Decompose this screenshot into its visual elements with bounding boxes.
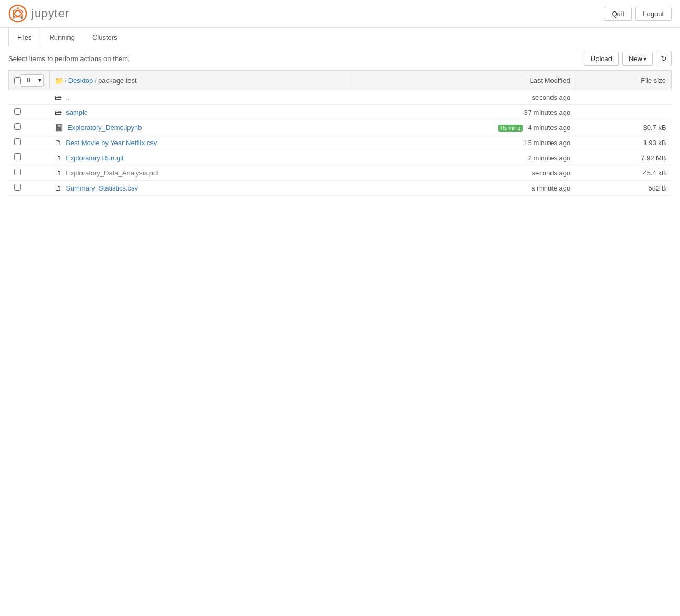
file-table: 0 ▾ 📁 / Desktop / package test Last Modi… [8,70,672,196]
row-checkbox-cell [9,120,50,135]
quit-button[interactable]: Quit [604,7,632,21]
breadcrumb: 📁 / Desktop / package test [55,77,349,85]
file-icon: 🗋 [55,184,62,192]
row-checkbox[interactable] [14,123,21,130]
svg-point-3 [17,7,19,9]
table-row: 🗁 .. seconds ago [9,90,672,105]
new-button[interactable]: New ▾ [622,52,653,66]
header-checkbox-col: 0 ▾ [9,71,50,90]
breadcrumb-sep: / [95,77,97,85]
row-checkbox[interactable] [14,138,21,145]
file-link[interactable]: Summary_Statistics.csv [66,184,138,192]
breadcrumb-sep: / [65,77,67,85]
row-name-cell: 🗋 Exploratory Run.gif [50,150,355,165]
row-name-cell: 🗁 sample [50,105,355,120]
row-name-cell: 🗁 .. [50,90,355,105]
size-label: File size [641,77,666,85]
header-buttons: Quit Logout [604,7,672,21]
running-badge: Running [498,125,523,132]
row-size-cell [576,90,671,105]
toolbar-right: Upload New ▾ ↻ [584,51,672,66]
row-size-cell: 30.7 kB [576,120,671,135]
file-list: 0 ▾ 📁 / Desktop / package test Last Modi… [0,70,680,196]
svg-point-4 [13,17,15,19]
table-row: 🗋 Best Movie by Year Netflix.csv 15 minu… [9,135,672,150]
row-size-cell: 582 B [576,181,671,196]
row-size-cell: 1.93 kB [576,135,671,150]
select-all-checkbox[interactable] [14,77,21,84]
row-name-cell: 🗋 Exploratory_Data_Analysis.pdf [50,165,355,181]
row-checkbox[interactable] [14,169,21,175]
refresh-button[interactable]: ↻ [656,51,672,66]
new-dropdown-arrow: ▾ [643,56,646,62]
file-link[interactable]: Best Movie by Year Netflix.csv [66,139,157,147]
row-size-cell: 7.92 MB [576,150,671,165]
row-checkbox[interactable] [14,184,21,191]
jupyter-logo-icon [8,4,27,23]
refresh-icon: ↻ [661,54,667,63]
row-modified-cell: a minute ago [355,181,576,196]
breadcrumb-current: package test [98,77,137,85]
breadcrumb-desktop[interactable]: Desktop [68,77,93,85]
row-size-cell [576,105,671,120]
header: jupyter Quit Logout [0,0,680,28]
row-size-cell: 45.4 kB [576,165,671,181]
file-link[interactable]: Exploratory_Demo.ipynb [67,124,142,132]
select-dropdown[interactable]: ▾ [36,74,44,87]
row-modified-cell: 37 minutes ago [355,105,576,120]
row-name-cell: 📓 Exploratory_Demo.ipynb [50,120,355,135]
file-icon: 🗋 [55,154,62,162]
upload-button[interactable]: Upload [584,52,619,66]
svg-point-5 [21,17,23,19]
select-group: 0 ▾ [14,74,44,87]
table-row: 📓 Exploratory_Demo.ipynb Running 4 minut… [9,120,672,135]
folder-breadcrumb-icon: 📁 [55,77,63,85]
file-link[interactable]: sample [66,109,88,116]
row-modified-cell: seconds ago [355,90,576,105]
new-button-label: New [629,55,642,63]
modified-label: Last Modified [530,77,570,85]
row-modified-cell: seconds ago [355,165,576,181]
row-name-cell: 🗋 Summary_Statistics.csv [50,181,355,196]
header-name-col[interactable]: 📁 / Desktop / package test [50,71,355,90]
logo-text: jupyter [31,7,69,20]
table-row: 🗋 Summary_Statistics.csv a minute ago 58… [9,181,672,196]
file-link[interactable]: Exploratory Run.gif [66,154,124,162]
toolbar-select-info: Select items to perform actions on them. [8,55,130,63]
table-header-row: 0 ▾ 📁 / Desktop / package test Last Modi… [9,71,672,90]
row-modified-cell: Running 4 minutes ago [355,120,576,135]
table-row: 🗋 Exploratory_Data_Analysis.pdf seconds … [9,165,672,181]
folder-icon: 🗁 [55,109,62,116]
notebook-icon: 📓 [55,124,63,132]
table-row: 🗋 Exploratory Run.gif 2 minutes ago 7.92… [9,150,672,165]
tab-running[interactable]: Running [40,28,83,46]
row-checkbox-cell [9,105,50,120]
row-modified-cell: 15 minutes ago [355,135,576,150]
logout-button[interactable]: Logout [635,7,672,21]
tabs: Files Running Clusters [0,28,680,46]
row-name-cell: 🗋 Best Movie by Year Netflix.csv [50,135,355,150]
row-checkbox[interactable] [14,108,21,115]
folder-icon: 🗁 [55,93,62,101]
file-name-static: Exploratory_Data_Analysis.pdf [66,169,159,177]
row-checkbox-cell [9,150,50,165]
row-checkbox-cell [9,90,50,105]
row-checkbox-cell [9,165,50,181]
logo: jupyter [8,4,69,23]
header-modified-col[interactable]: Last Modified [355,71,576,90]
toolbar: Select items to perform actions on them.… [0,46,680,70]
file-icon: 🗋 [55,169,62,177]
row-modified-cell: 2 minutes ago [355,150,576,165]
row-checkbox-cell [9,181,50,196]
file-icon: 🗋 [55,139,62,147]
file-table-body: 🗁 .. seconds ago 🗁 sample 37 minutes ago [9,90,672,196]
parent-dir-link[interactable]: .. [66,93,69,101]
tab-clusters[interactable]: Clusters [84,28,126,46]
row-checkbox[interactable] [14,153,21,160]
table-row: 🗁 sample 37 minutes ago [9,105,672,120]
select-count: 0 [21,74,36,87]
row-checkbox-cell [9,135,50,150]
tab-files[interactable]: Files [8,28,40,46]
header-size-col[interactable]: File size [576,71,671,90]
